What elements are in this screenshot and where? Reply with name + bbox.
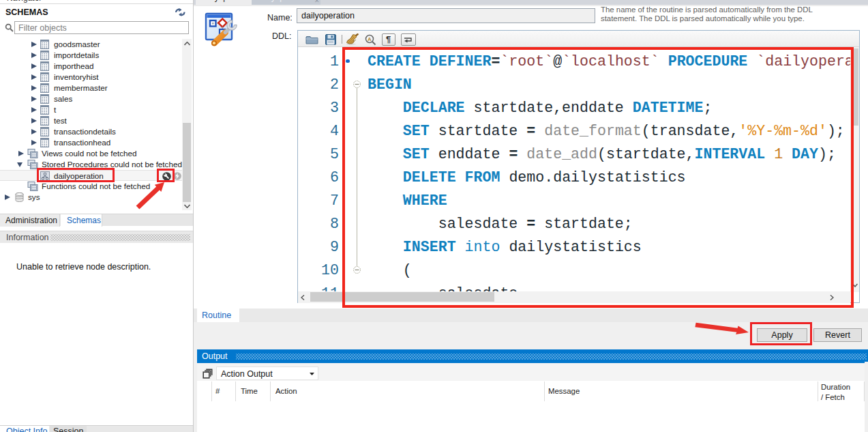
svg-text:A: A bbox=[368, 36, 372, 42]
